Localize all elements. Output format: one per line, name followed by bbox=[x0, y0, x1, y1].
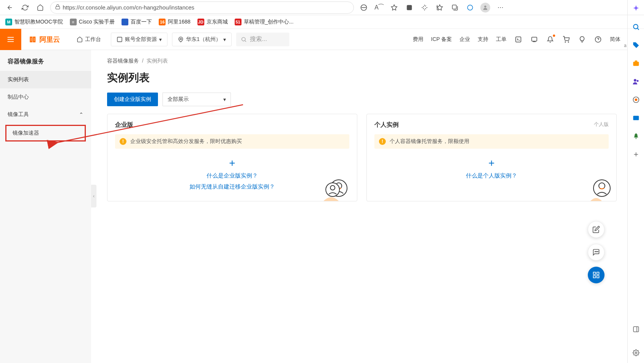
personal-tag: 个人版 bbox=[594, 121, 609, 129]
svg-point-7 bbox=[633, 24, 638, 29]
filter-select[interactable]: 全部展示 ▾ bbox=[163, 93, 231, 106]
svg-point-41 bbox=[595, 251, 596, 252]
plus-icon[interactable]: + bbox=[374, 158, 609, 168]
svg-point-37 bbox=[330, 185, 335, 190]
bookmark-favicon: JD bbox=[197, 19, 204, 25]
sidebar-item-image-accelerator[interactable]: 镜像加速器 bbox=[5, 125, 86, 141]
bookmark-favicon: 16 bbox=[159, 19, 166, 25]
chevron-down-icon: ▾ bbox=[223, 36, 226, 42]
link-what-is-enterprise[interactable]: 什么是企业版实例？ bbox=[115, 172, 349, 179]
cloud-shell-icon[interactable] bbox=[514, 35, 522, 44]
link-what-is-personal[interactable]: 什么是个人版实例？ bbox=[374, 172, 609, 179]
people-icon[interactable] bbox=[631, 77, 641, 86]
add-icon[interactable] bbox=[631, 149, 641, 159]
svg-rect-4 bbox=[452, 5, 456, 9]
console-header: 阿里云 工作台 账号全部资源 ▾ 华东1（杭州） ▾ 搜索... 费用 ICP … bbox=[0, 29, 627, 50]
settings-icon[interactable] bbox=[631, 348, 641, 358]
bookmark-favicon: 51 bbox=[235, 19, 242, 25]
action-bar: 创建企业版实例 全部展示 ▾ bbox=[107, 93, 617, 106]
browser-toolbar: https://cr.console.aliyun.com/cn-hangzho… bbox=[0, 0, 644, 15]
nav-enterprise[interactable]: 企业 bbox=[459, 36, 470, 43]
outlook-icon[interactable] bbox=[631, 113, 641, 123]
apps-fab[interactable] bbox=[588, 267, 605, 283]
nav-support[interactable]: 支持 bbox=[478, 36, 488, 43]
aliyun-logo[interactable]: 阿里云 bbox=[21, 35, 67, 44]
extension-icon-2[interactable] bbox=[419, 2, 430, 13]
enterprise-card: 企业版 ! 企业级安全托管和高效分发服务，限时优惠购买 + 什么是企业版实例？ … bbox=[107, 114, 357, 201]
page-title: 实例列表 bbox=[107, 71, 617, 85]
console-search[interactable]: 搜索... bbox=[236, 33, 289, 46]
svg-point-11 bbox=[636, 80, 638, 82]
svg-rect-2 bbox=[407, 5, 412, 10]
lightbulb-icon[interactable] bbox=[578, 35, 586, 44]
copilot-icon[interactable] bbox=[631, 95, 641, 105]
sidebar-title: 容器镜像服务 bbox=[0, 50, 91, 71]
bookmark-favicon: M bbox=[5, 19, 12, 25]
monitor-icon[interactable] bbox=[530, 35, 538, 44]
search-icon[interactable] bbox=[631, 22, 641, 32]
extension-icon-1[interactable] bbox=[404, 2, 415, 13]
sparkle-icon[interactable] bbox=[631, 4, 641, 14]
bookmark-item[interactable]: M智慧职教MOOC学院 bbox=[5, 19, 63, 25]
collapse-sidebar-button[interactable]: ‹ bbox=[91, 185, 96, 207]
edit-fab[interactable] bbox=[588, 221, 605, 238]
help-icon[interactable] bbox=[594, 35, 602, 44]
svg-rect-18 bbox=[633, 327, 639, 332]
tag-icon[interactable] bbox=[631, 40, 641, 50]
sidebar-item-artifacts[interactable]: 制品中心 bbox=[0, 88, 91, 106]
svg-rect-29 bbox=[532, 37, 537, 41]
bookmark-item[interactable]: 16阿里1688 bbox=[159, 19, 190, 25]
favorites-list-icon[interactable] bbox=[434, 2, 445, 13]
chat-fab[interactable] bbox=[588, 244, 605, 261]
more-icon[interactable]: ⋯ bbox=[495, 2, 506, 13]
create-instance-button[interactable]: 创建企业版实例 bbox=[107, 93, 158, 106]
refresh-button[interactable] bbox=[20, 2, 30, 13]
breadcrumb-root[interactable]: 容器镜像服务 bbox=[107, 58, 139, 64]
bookmark-item[interactable]: JD京东商城 bbox=[197, 19, 228, 25]
briefcase-icon[interactable] bbox=[631, 58, 641, 68]
bookmark-item[interactable]: 51草稿管理_创作中心... bbox=[235, 19, 294, 25]
svg-point-32 bbox=[568, 42, 569, 42]
sidebar-item-instances[interactable]: 实例列表 bbox=[0, 71, 91, 88]
svg-line-8 bbox=[637, 28, 639, 30]
header-right: 费用 ICP 备案 企业 支持 工单 简体 bbox=[413, 35, 627, 44]
bookmark-item[interactable]: 🐾百度一下 bbox=[122, 19, 152, 25]
browser-ext-icon[interactable] bbox=[465, 2, 475, 13]
panel-icon[interactable] bbox=[631, 324, 641, 334]
tree-icon[interactable] bbox=[631, 131, 641, 141]
ie-mode-icon[interactable] bbox=[358, 2, 369, 13]
home-button[interactable] bbox=[35, 2, 46, 13]
profile-icon[interactable] bbox=[480, 2, 491, 13]
svg-rect-15 bbox=[636, 137, 636, 139]
svg-point-10 bbox=[634, 79, 636, 82]
svg-rect-47 bbox=[597, 276, 599, 278]
chevron-down-icon: ▾ bbox=[223, 96, 226, 102]
nav-icp[interactable]: ICP 备案 bbox=[431, 36, 452, 43]
svg-point-6 bbox=[484, 5, 486, 7]
plus-icon[interactable]: + bbox=[115, 158, 349, 168]
workbench-link[interactable]: 工作台 bbox=[71, 33, 106, 46]
sidebar-item-image-tools[interactable]: 镜像工具 ⌃ bbox=[0, 106, 91, 123]
svg-rect-45 bbox=[597, 272, 599, 275]
svg-rect-24 bbox=[117, 37, 122, 42]
account-resources-select[interactable]: 账号全部资源 ▾ bbox=[111, 33, 167, 46]
cart-icon[interactable] bbox=[562, 35, 570, 44]
svg-point-25 bbox=[180, 38, 182, 39]
favorite-icon[interactable] bbox=[389, 2, 399, 13]
region-select[interactable]: 华东1（杭州） ▾ bbox=[172, 33, 232, 46]
lang-select[interactable]: 简体 bbox=[610, 36, 620, 43]
url-text: https://cr.console.aliyun.com/cn-hangzho… bbox=[63, 4, 194, 11]
svg-rect-44 bbox=[593, 272, 596, 275]
hamburger-button[interactable] bbox=[0, 29, 21, 50]
collections-icon[interactable] bbox=[450, 2, 460, 13]
read-aloud-icon[interactable]: A⁀ bbox=[374, 2, 384, 13]
back-button[interactable] bbox=[5, 2, 15, 13]
nav-ticket[interactable]: 工单 bbox=[496, 36, 507, 43]
user-illustration bbox=[590, 177, 613, 201]
notification-icon[interactable] bbox=[546, 35, 554, 44]
bookmark-item[interactable]: ≡Cisco 实验手册 bbox=[70, 19, 115, 25]
alert-banner: ! 企业级安全托管和高效分发服务，限时优惠购买 bbox=[115, 134, 349, 149]
address-bar[interactable]: https://cr.console.aliyun.com/cn-hangzho… bbox=[50, 2, 354, 14]
nav-fee[interactable]: 费用 bbox=[413, 36, 423, 43]
link-migrate-enterprise[interactable]: 如何无缝从自建迁移企业版实例？ bbox=[115, 183, 349, 190]
